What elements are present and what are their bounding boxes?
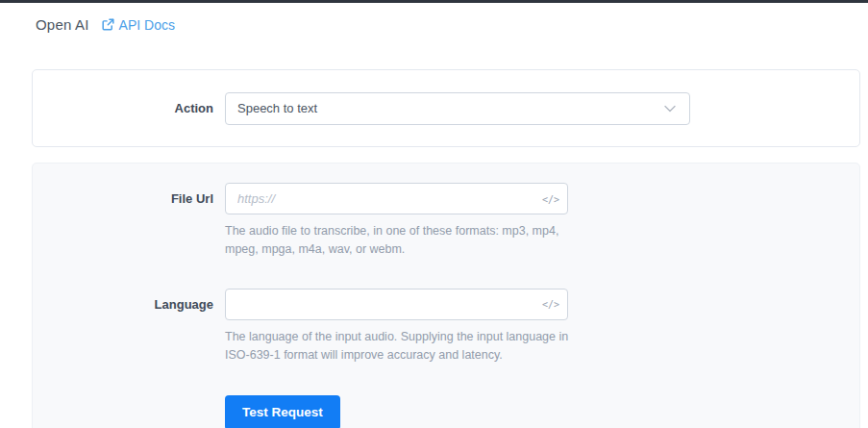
- action-label: Action: [33, 92, 225, 125]
- page: Open AI API Docs Action Speech to text: [0, 0, 868, 428]
- action-select-value: Speech to text: [237, 101, 317, 115]
- external-link-icon: [102, 18, 114, 31]
- header: Open AI API Docs: [36, 16, 868, 33]
- file-url-input[interactable]: [225, 183, 568, 214]
- file-url-row: File Url </> The audio file to transcrib…: [33, 183, 859, 260]
- page-title: Open AI: [36, 16, 89, 33]
- language-help-text: The language of the input audio. Supplyi…: [225, 328, 573, 365]
- file-url-help-text: The audio file to transcribe, in one of …: [225, 222, 573, 260]
- api-docs-label: API Docs: [119, 17, 175, 33]
- test-request-button[interactable]: Test Request: [225, 395, 340, 428]
- action-card: Action Speech to text: [32, 69, 860, 147]
- window-top-edge: [0, 0, 868, 3]
- api-docs-link[interactable]: API Docs: [102, 17, 175, 33]
- language-label: Language: [33, 289, 225, 365]
- file-url-label: File Url: [33, 183, 225, 260]
- language-row: Language </> The language of the input a…: [33, 289, 859, 365]
- action-select[interactable]: Speech to text: [225, 92, 690, 125]
- chevron-down-icon: [664, 105, 676, 113]
- language-input[interactable]: [225, 289, 568, 320]
- request-form-card: File Url </> The audio file to transcrib…: [32, 163, 860, 428]
- button-row: Test Request: [33, 395, 859, 428]
- action-row: Action Speech to text: [33, 92, 690, 125]
